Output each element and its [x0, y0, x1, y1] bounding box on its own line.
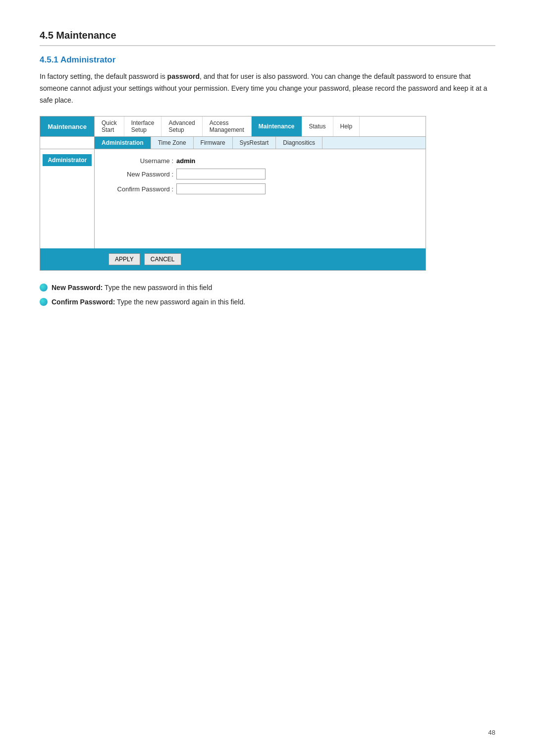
confirm-password-input[interactable]	[176, 183, 266, 194]
content-area: Administrator Username : admin New Passw…	[40, 149, 426, 248]
action-bar: APPLY CANCEL	[40, 248, 426, 270]
subsection-title: 4.5.1 Administrator	[40, 55, 495, 65]
apply-button[interactable]: APPLY	[108, 253, 140, 265]
bullet-new-password-desc: Type the new password in this field	[103, 284, 212, 291]
bullet-confirm-password-desc: Type the new password again in this fiel…	[115, 298, 245, 306]
bullet-icon-new-password	[40, 284, 48, 291]
form-row-new-password: New Password :	[105, 169, 416, 179]
section-title: 4.5 Maintenance	[40, 30, 495, 46]
bullet-list: New Password: Type the new password in t…	[40, 283, 495, 307]
description: In factory setting, the default password…	[40, 71, 495, 106]
sub-nav: Administration Time Zone Firmware SysRes…	[40, 137, 426, 149]
desc-part1: In factory setting, the default password…	[40, 72, 167, 80]
new-password-label: New Password :	[105, 171, 176, 178]
list-item-confirm-password: Confirm Password: Type the new password …	[40, 297, 495, 307]
bullet-confirm-password-bold: Confirm Password:	[52, 298, 115, 306]
sub-nav-administration[interactable]: Administration	[95, 137, 151, 149]
router-panel: Maintenance QuickStart InterfaceSetup Ad…	[40, 116, 426, 271]
sidebar-item-administrator[interactable]: Administrator	[43, 154, 91, 166]
sub-nav-diagnostics[interactable]: Diagnositics	[276, 137, 322, 149]
sub-nav-spacer	[40, 137, 95, 149]
top-nav-maintenance[interactable]: Maintenance	[252, 116, 302, 136]
sidebar-nav-label: Maintenance	[40, 116, 95, 136]
list-item-new-password: New Password: Type the new password in t…	[40, 283, 495, 293]
bullet-icon-confirm-password	[40, 298, 48, 306]
bullet-new-password-bold: New Password:	[52, 284, 103, 291]
top-nav-help[interactable]: Help	[333, 116, 360, 136]
sub-nav-items: Administration Time Zone Firmware SysRes…	[95, 137, 322, 149]
top-nav-interface-setup[interactable]: InterfaceSetup	[124, 116, 162, 136]
page-number: 48	[488, 729, 495, 736]
top-nav-access-management[interactable]: AccessManagement	[203, 116, 252, 136]
username-value: admin	[176, 157, 195, 165]
sub-nav-timezone[interactable]: Time Zone	[151, 137, 194, 149]
sub-nav-sysrestart[interactable]: SysRestart	[233, 137, 276, 149]
bullet-new-password-text: New Password: Type the new password in t…	[52, 283, 212, 293]
form-row-username: Username : admin	[105, 157, 416, 165]
left-sidebar: Administrator	[40, 149, 95, 248]
top-nav-advanced-setup[interactable]: AdvancedSetup	[161, 116, 202, 136]
sub-nav-firmware[interactable]: Firmware	[194, 137, 233, 149]
desc-bold: password	[167, 72, 200, 80]
username-label: Username :	[105, 157, 176, 165]
form-row-confirm-password: Confirm Password :	[105, 183, 416, 194]
top-nav: Maintenance QuickStart InterfaceSetup Ad…	[40, 116, 426, 137]
top-nav-status[interactable]: Status	[302, 116, 333, 136]
confirm-password-label: Confirm Password :	[105, 185, 176, 193]
cancel-button[interactable]: CANCEL	[144, 253, 181, 265]
new-password-input[interactable]	[176, 169, 266, 179]
main-content: Username : admin New Password : Confirm …	[95, 149, 426, 248]
top-nav-items: QuickStart InterfaceSetup AdvancedSetup …	[95, 116, 426, 136]
top-nav-quick-start[interactable]: QuickStart	[95, 116, 124, 136]
bullet-confirm-password-text: Confirm Password: Type the new password …	[52, 297, 245, 307]
